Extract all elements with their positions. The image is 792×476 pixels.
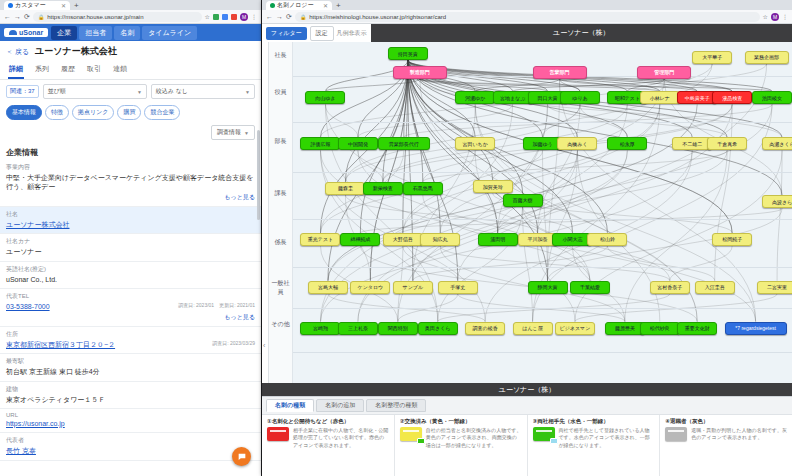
profile-avatar[interactable]: M [240,13,248,21]
reload-icon[interactable]: ⟳ [24,13,30,20]
address-input[interactable]: 🔒 https://msonar.house.usonar.jp/main [33,12,202,22]
person-card[interactable]: 管理部門 [637,66,691,79]
bookmark-star-icon[interactable]: ☆ [205,13,210,20]
back-icon[interactable]: ← [266,13,273,20]
chat-fab[interactable] [232,447,251,466]
browser-menu-icon[interactable]: ⋮ [251,13,257,20]
extension-icon[interactable] [213,14,219,20]
person-card[interactable]: 重光テスト [300,233,340,246]
person-card[interactable]: 宮島大輔 [308,281,348,294]
person-card[interactable]: 松永厚 [607,137,647,150]
person-card[interactable]: 綿樺純成 [340,233,380,246]
forward-icon[interactable]: → [276,13,283,20]
person-card[interactable]: ビジネスマン [555,322,595,335]
person-card[interactable]: 評価広報 [300,137,340,150]
person-card[interactable]: 高橋みく [557,137,597,150]
person-card[interactable]: 大平華子 [692,51,732,64]
filter-button[interactable]: フィルター [266,27,307,40]
person-card[interactable]: ケンタロウ [350,281,390,294]
person-card[interactable]: 宮村香奈子 [650,281,690,294]
tab-詳細[interactable]: 詳細 [8,62,24,79]
person-card[interactable]: サンプル [393,281,433,294]
person-card[interactable]: *7 regardsiegetest [725,322,787,335]
person-card[interactable]: 重要文化財 [677,322,717,335]
person-card[interactable]: 高波さら [762,195,792,208]
person-card[interactable]: 営業部門 [533,66,587,79]
pill-拠点リンク[interactable]: 拠点リンク [72,105,114,120]
pill-購買[interactable]: 購買 [117,105,141,120]
person-card[interactable]: 石黒悠馬 [403,182,443,195]
person-card[interactable]: はんこ屋 [513,322,553,335]
survey-info-button[interactable]: 調査情報 ▼ [211,125,255,140]
tab-系列[interactable]: 系列 [34,62,50,79]
person-card[interactable]: 松山鈴 [587,233,627,246]
person-card[interactable]: 手塚丈 [438,281,478,294]
person-card[interactable]: 千葉結愛 [570,281,610,294]
person-card[interactable]: 営業部長代行 [378,137,430,150]
person-card[interactable]: 液晶検査 [712,91,752,104]
person-card[interactable]: 高瀬さくら [762,137,792,150]
usonar-logo[interactable]: uSonar [4,28,48,37]
field-value[interactable]: ユーソナー株式会社 [6,220,70,229]
narrow-dropdown[interactable]: 絞込み なし ▼ [151,84,255,99]
person-card[interactable]: 関西特別 [378,322,418,335]
person-card[interactable]: 製造部門 [393,66,447,79]
field-value[interactable]: 長竹 克泰 [6,446,36,455]
tab-履歴[interactable]: 履歴 [60,62,76,79]
back-link[interactable]: ＜ 戻る [6,47,29,57]
forward-icon[interactable]: → [14,13,21,20]
tab-連鎖[interactable]: 連鎖 [112,62,128,79]
legend-tab-名刺の追加[interactable]: 名刺の追加 [316,399,364,412]
person-card[interactable]: 池田綾女 [752,91,792,104]
field-value[interactable]: 東京都新宿区西新宿３丁目２０−２ [6,340,115,349]
person-card[interactable]: 松岡純子 [712,233,752,246]
bookmark-star-icon[interactable]: ☆ [763,13,768,20]
new-tab-button[interactable]: + [336,2,341,10]
nav-item-企業[interactable]: 企業 [51,26,77,40]
person-card[interactable]: 持田英貴 [388,47,428,60]
pill-特徴[interactable]: 特徴 [45,105,69,120]
extension-icon[interactable] [231,14,237,20]
person-card[interactable]: 静岡大資 [528,281,568,294]
field-value[interactable]: 03-5388-7000 [6,302,50,311]
person-card[interactable]: 業務企画部 [745,51,789,64]
scrollbar[interactable] [257,130,260,220]
person-card[interactable]: ゆりあ [560,91,600,104]
pill-競合企業[interactable]: 競合企業 [144,105,180,120]
person-card[interactable]: 入江圭吾 [695,281,735,294]
nav-item-タイムライン[interactable]: タイムライン [142,26,197,40]
extension-icon[interactable] [222,14,228,20]
pill-基本情報[interactable]: 基本情報 [6,105,42,120]
address-input[interactable]: 🔒 https://meishinologi.house.usonar.jp/r… [295,12,760,22]
person-card[interactable]: 奥田さくら [418,322,458,335]
person-card[interactable]: 大野信吾 [383,233,423,246]
legend-toggle-link[interactable]: 凡例非表示 [337,29,367,38]
legend-tab-名刺整理の種類[interactable]: 名刺整理の種類 [366,399,426,412]
person-card[interactable]: 藤原亜美 [605,322,645,335]
person-card[interactable]: 知広丸 [420,233,460,246]
person-card[interactable]: 藤森圭 [325,182,365,195]
new-tab-button[interactable]: + [74,2,79,10]
person-card[interactable]: 小林レナ [640,91,680,104]
legend-tab-名刺の種類[interactable]: 名刺の種類 [266,399,314,412]
tab-取引[interactable]: 取引 [86,62,102,79]
person-card[interactable]: 松代紗良 [640,322,680,335]
browser-menu-icon[interactable]: ⋮ [782,13,788,20]
more-link[interactable]: もっと見る [6,193,255,202]
person-card[interactable]: 千倉真希 [707,137,747,150]
person-card[interactable]: 浦田明 [478,233,518,246]
field-value[interactable]: https://usonar.co.jp [6,419,65,428]
person-card[interactable]: 中国開発 [338,137,378,150]
browser-tab[interactable]: 名刺ノロジー ✕ [266,1,332,10]
settings-button[interactable]: 設定 [310,26,334,41]
tab-close-icon[interactable]: ✕ [61,2,66,9]
more-link[interactable]: もっと見る [6,313,255,322]
person-card[interactable]: 宮崎翔 [300,322,340,335]
reload-icon[interactable]: ⟳ [286,13,292,20]
person-card[interactable]: 三上礼奈 [338,322,378,335]
back-icon[interactable]: ← [4,13,11,20]
person-card[interactable]: 河瀬ゆか [455,91,495,104]
sort-dropdown[interactable]: 並び順 ▼ [43,84,147,99]
person-card[interactable]: 加賀美玲 [473,180,513,193]
person-card[interactable]: 向山ゆき [305,91,345,104]
